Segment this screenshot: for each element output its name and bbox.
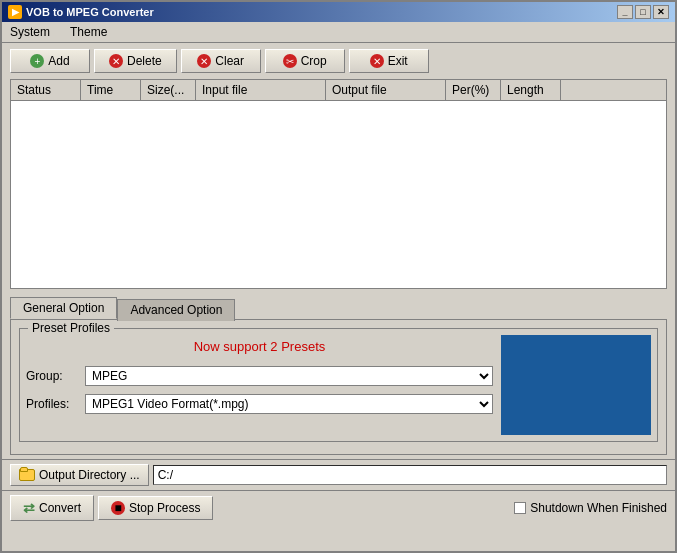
menu-theme[interactable]: Theme <box>66 24 111 40</box>
stop-label: Stop Process <box>129 501 200 515</box>
toolbar: + Add ✕ Delete ✕ Clear ✂ Crop ✕ Exit <box>2 43 675 79</box>
shutdown-checkbox[interactable] <box>514 502 526 514</box>
folder-icon <box>19 469 35 481</box>
preset-blue-preview <box>501 335 651 435</box>
exit-label: Exit <box>388 54 408 68</box>
profiles-label: Profiles: <box>26 397 81 411</box>
output-bar: Output Directory ... C:/ <box>2 459 675 490</box>
col-header-input: Input file <box>196 80 326 100</box>
crop-label: Crop <box>301 54 327 68</box>
options-panel: Preset Profiles Now support 2 Presets Gr… <box>10 319 667 455</box>
shutdown-label: Shutdown When Finished <box>530 501 667 515</box>
menu-bar: System Theme <box>2 22 675 43</box>
clear-icon: ✕ <box>197 54 211 68</box>
minimize-button[interactable]: _ <box>617 5 633 19</box>
col-header-output: Output file <box>326 80 446 100</box>
maximize-button[interactable]: □ <box>635 5 651 19</box>
exit-icon: ✕ <box>370 54 384 68</box>
col-header-size: Size(... <box>141 80 196 100</box>
tab-advanced-label: Advanced Option <box>130 303 222 317</box>
output-directory-button[interactable]: Output Directory ... <box>10 464 149 486</box>
title-bar-left: ▶ VOB to MPEG Converter <box>8 5 154 19</box>
output-directory-label: Output Directory ... <box>39 468 140 482</box>
group-row: Group: MPEG <box>26 366 493 386</box>
add-label: Add <box>48 54 69 68</box>
col-header-time: Time <box>81 80 141 100</box>
clear-button[interactable]: ✕ Clear <box>181 49 261 73</box>
preset-content: Now support 2 Presets Group: MPEG Profil… <box>26 335 651 435</box>
col-header-per: Per(%) <box>446 80 501 100</box>
profiles-select[interactable]: MPEG1 Video Format(*.mpg) <box>85 394 493 414</box>
bottom-bar: ⇄ Convert ■ Stop Process Shutdown When F… <box>2 490 675 525</box>
output-path-display: C:/ <box>153 465 667 485</box>
add-icon: + <box>30 54 44 68</box>
title-controls: _ □ ✕ <box>617 5 669 19</box>
preset-profiles-group: Preset Profiles Now support 2 Presets Gr… <box>19 328 658 442</box>
exit-button[interactable]: ✕ Exit <box>349 49 429 73</box>
convert-label: Convert <box>39 501 81 515</box>
shutdown-area: Shutdown When Finished <box>514 501 667 515</box>
convert-icon: ⇄ <box>23 500 35 516</box>
delete-button[interactable]: ✕ Delete <box>94 49 177 73</box>
tab-general[interactable]: General Option <box>10 297 117 319</box>
menu-system[interactable]: System <box>6 24 54 40</box>
profiles-row: Profiles: MPEG1 Video Format(*.mpg) <box>26 394 493 414</box>
tab-advanced[interactable]: Advanced Option <box>117 299 235 321</box>
window-title: VOB to MPEG Converter <box>26 6 154 18</box>
group-label: Group: <box>26 369 81 383</box>
crop-icon: ✂ <box>283 54 297 68</box>
file-list-body[interactable] <box>11 101 666 288</box>
file-list-header: Status Time Size(... Input file Output f… <box>11 80 666 101</box>
group-select[interactable]: MPEG <box>85 366 493 386</box>
add-button[interactable]: + Add <box>10 49 90 73</box>
col-header-length: Length <box>501 80 561 100</box>
file-list: Status Time Size(... Input file Output f… <box>10 79 667 289</box>
stop-process-button[interactable]: ■ Stop Process <box>98 496 213 520</box>
close-button[interactable]: ✕ <box>653 5 669 19</box>
main-window: ▶ VOB to MPEG Converter _ □ ✕ System The… <box>0 0 677 553</box>
tabs-area: General Option Advanced Option <box>2 289 675 319</box>
tab-general-label: General Option <box>23 301 104 315</box>
title-bar: ▶ VOB to MPEG Converter _ □ ✕ <box>2 2 675 22</box>
col-header-status: Status <box>11 80 81 100</box>
clear-label: Clear <box>215 54 244 68</box>
crop-button[interactable]: ✂ Crop <box>265 49 345 73</box>
stop-icon: ■ <box>111 501 125 515</box>
preset-support-text: Now support 2 Presets <box>26 339 493 354</box>
delete-label: Delete <box>127 54 162 68</box>
preset-profiles-label: Preset Profiles <box>28 321 114 335</box>
preset-left: Now support 2 Presets Group: MPEG Profil… <box>26 335 493 422</box>
delete-icon: ✕ <box>109 54 123 68</box>
app-icon: ▶ <box>8 5 22 19</box>
convert-button[interactable]: ⇄ Convert <box>10 495 94 521</box>
